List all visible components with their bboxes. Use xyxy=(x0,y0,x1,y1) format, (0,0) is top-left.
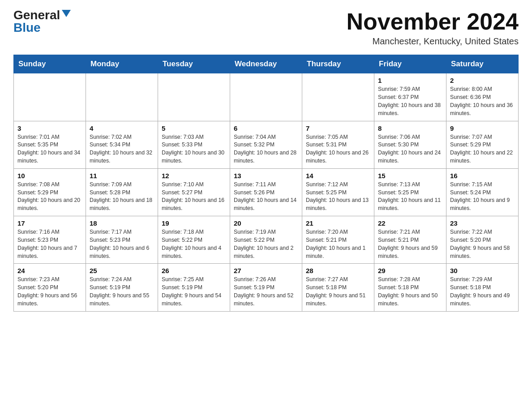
day-number: 6 xyxy=(234,124,298,132)
logo-general-text: General xyxy=(13,9,60,21)
day-number: 23 xyxy=(450,219,515,227)
table-row: 3Sunrise: 7:01 AMSunset: 5:35 PMDaylight… xyxy=(14,121,86,168)
table-row xyxy=(302,73,374,121)
day-number: 17 xyxy=(17,219,82,227)
day-info: Sunrise: 7:01 AMSunset: 5:35 PMDaylight:… xyxy=(17,133,82,165)
day-number: 19 xyxy=(162,219,226,227)
day-info: Sunrise: 7:16 AMSunset: 5:23 PMDaylight:… xyxy=(17,228,82,260)
table-row: 30Sunrise: 7:29 AMSunset: 5:18 PMDayligh… xyxy=(446,264,519,311)
day-number: 27 xyxy=(234,267,298,274)
table-row: 6Sunrise: 7:04 AMSunset: 5:32 PMDaylight… xyxy=(230,121,302,168)
col-sunday: Sunday xyxy=(14,55,86,73)
table-row: 29Sunrise: 7:28 AMSunset: 5:18 PMDayligh… xyxy=(374,264,446,311)
table-row xyxy=(158,73,230,121)
col-saturday: Saturday xyxy=(446,55,519,73)
table-row: 23Sunrise: 7:22 AMSunset: 5:20 PMDayligh… xyxy=(446,216,519,264)
day-number: 22 xyxy=(378,219,442,227)
day-info: Sunrise: 7:07 AMSunset: 5:29 PMDaylight:… xyxy=(450,133,515,165)
day-number: 25 xyxy=(90,267,154,274)
day-info: Sunrise: 8:00 AMSunset: 6:36 PMDaylight:… xyxy=(450,86,515,117)
table-row: 20Sunrise: 7:19 AMSunset: 5:22 PMDayligh… xyxy=(230,216,302,264)
day-number: 15 xyxy=(378,172,442,180)
day-number: 10 xyxy=(17,172,82,180)
table-row: 19Sunrise: 7:18 AMSunset: 5:22 PMDayligh… xyxy=(158,216,230,264)
logo-triangle-icon xyxy=(62,10,71,17)
day-number: 4 xyxy=(90,124,154,132)
day-info: Sunrise: 7:03 AMSunset: 5:33 PMDaylight:… xyxy=(162,133,226,165)
day-info: Sunrise: 7:11 AMSunset: 5:26 PMDaylight:… xyxy=(234,181,298,213)
calendar-week-4: 17Sunrise: 7:16 AMSunset: 5:23 PMDayligh… xyxy=(14,216,519,264)
day-info: Sunrise: 7:12 AMSunset: 5:25 PMDaylight:… xyxy=(306,181,370,213)
table-row: 22Sunrise: 7:21 AMSunset: 5:21 PMDayligh… xyxy=(374,216,446,264)
table-row: 12Sunrise: 7:10 AMSunset: 5:27 PMDayligh… xyxy=(158,168,230,216)
day-number: 26 xyxy=(162,267,226,274)
table-row: 11Sunrise: 7:09 AMSunset: 5:28 PMDayligh… xyxy=(86,168,158,216)
day-number: 5 xyxy=(162,124,226,132)
table-row: 8Sunrise: 7:06 AMSunset: 5:30 PMDaylight… xyxy=(374,121,446,168)
table-row: 15Sunrise: 7:13 AMSunset: 5:25 PMDayligh… xyxy=(374,168,446,216)
col-friday: Friday xyxy=(374,55,446,73)
table-row: 4Sunrise: 7:02 AMSunset: 5:34 PMDaylight… xyxy=(86,121,158,168)
table-row: 2Sunrise: 8:00 AMSunset: 6:36 PMDaylight… xyxy=(446,73,519,121)
col-monday: Monday xyxy=(86,55,158,73)
month-title: November 2024 xyxy=(347,9,519,34)
day-info: Sunrise: 7:05 AMSunset: 5:31 PMDaylight:… xyxy=(306,133,370,165)
day-number: 9 xyxy=(450,124,515,132)
day-number: 8 xyxy=(378,124,442,132)
table-row: 17Sunrise: 7:16 AMSunset: 5:23 PMDayligh… xyxy=(14,216,86,264)
table-row: 25Sunrise: 7:24 AMSunset: 5:19 PMDayligh… xyxy=(86,264,158,311)
day-info: Sunrise: 7:28 AMSunset: 5:18 PMDaylight:… xyxy=(378,276,442,308)
day-number: 11 xyxy=(90,172,154,180)
calendar-week-5: 24Sunrise: 7:23 AMSunset: 5:20 PMDayligh… xyxy=(14,264,519,311)
day-info: Sunrise: 7:13 AMSunset: 5:25 PMDaylight:… xyxy=(378,181,442,213)
table-row: 7Sunrise: 7:05 AMSunset: 5:31 PMDaylight… xyxy=(302,121,374,168)
day-number: 14 xyxy=(306,172,370,180)
table-row: 16Sunrise: 7:15 AMSunset: 5:24 PMDayligh… xyxy=(446,168,519,216)
day-info: Sunrise: 7:25 AMSunset: 5:19 PMDaylight:… xyxy=(162,276,226,308)
day-info: Sunrise: 7:20 AMSunset: 5:21 PMDaylight:… xyxy=(306,228,370,260)
day-info: Sunrise: 7:24 AMSunset: 5:19 PMDaylight:… xyxy=(90,276,154,308)
logo-blue-text: Blue xyxy=(13,21,41,34)
calendar-week-2: 3Sunrise: 7:01 AMSunset: 5:35 PMDaylight… xyxy=(14,121,519,168)
day-number: 3 xyxy=(17,124,82,132)
calendar-table: Sunday Monday Tuesday Wednesday Thursday… xyxy=(13,55,519,312)
day-number: 24 xyxy=(17,267,82,274)
day-number: 7 xyxy=(306,124,370,132)
day-number: 1 xyxy=(378,77,442,84)
calendar-week-1: 1Sunrise: 7:59 AMSunset: 6:37 PMDaylight… xyxy=(14,73,519,121)
day-number: 29 xyxy=(378,267,442,274)
table-row: 18Sunrise: 7:17 AMSunset: 5:23 PMDayligh… xyxy=(86,216,158,264)
table-row xyxy=(14,73,86,121)
day-number: 16 xyxy=(450,172,515,180)
table-row: 13Sunrise: 7:11 AMSunset: 5:26 PMDayligh… xyxy=(230,168,302,216)
day-info: Sunrise: 7:10 AMSunset: 5:27 PMDaylight:… xyxy=(162,181,226,213)
table-row: 14Sunrise: 7:12 AMSunset: 5:25 PMDayligh… xyxy=(302,168,374,216)
day-info: Sunrise: 7:08 AMSunset: 5:29 PMDaylight:… xyxy=(17,181,82,213)
table-row: 27Sunrise: 7:26 AMSunset: 5:19 PMDayligh… xyxy=(230,264,302,311)
day-info: Sunrise: 7:59 AMSunset: 6:37 PMDaylight:… xyxy=(378,86,442,117)
day-info: Sunrise: 7:29 AMSunset: 5:18 PMDaylight:… xyxy=(450,276,515,308)
day-info: Sunrise: 7:22 AMSunset: 5:20 PMDaylight:… xyxy=(450,228,515,260)
day-number: 2 xyxy=(450,77,515,84)
col-thursday: Thursday xyxy=(302,55,374,73)
table-row: 5Sunrise: 7:03 AMSunset: 5:33 PMDaylight… xyxy=(158,121,230,168)
day-number: 13 xyxy=(234,172,298,180)
table-row: 26Sunrise: 7:25 AMSunset: 5:19 PMDayligh… xyxy=(158,264,230,311)
day-info: Sunrise: 7:23 AMSunset: 5:20 PMDaylight:… xyxy=(17,276,82,308)
day-number: 28 xyxy=(306,267,370,274)
day-number: 30 xyxy=(450,267,515,274)
col-wednesday: Wednesday xyxy=(230,55,302,73)
title-block: November 2024 Manchester, Kentucky, Unit… xyxy=(347,9,519,47)
day-info: Sunrise: 7:17 AMSunset: 5:23 PMDaylight:… xyxy=(90,228,154,260)
table-row xyxy=(86,73,158,121)
day-info: Sunrise: 7:18 AMSunset: 5:22 PMDaylight:… xyxy=(162,228,226,260)
day-info: Sunrise: 7:21 AMSunset: 5:21 PMDaylight:… xyxy=(378,228,442,260)
table-row: 24Sunrise: 7:23 AMSunset: 5:20 PMDayligh… xyxy=(14,264,86,311)
day-info: Sunrise: 7:19 AMSunset: 5:22 PMDaylight:… xyxy=(234,228,298,260)
day-number: 12 xyxy=(162,172,226,180)
table-row: 9Sunrise: 7:07 AMSunset: 5:29 PMDaylight… xyxy=(446,121,519,168)
day-info: Sunrise: 7:06 AMSunset: 5:30 PMDaylight:… xyxy=(378,133,442,165)
day-info: Sunrise: 7:26 AMSunset: 5:19 PMDaylight:… xyxy=(234,276,298,308)
day-number: 21 xyxy=(306,219,370,227)
day-info: Sunrise: 7:02 AMSunset: 5:34 PMDaylight:… xyxy=(90,133,154,165)
